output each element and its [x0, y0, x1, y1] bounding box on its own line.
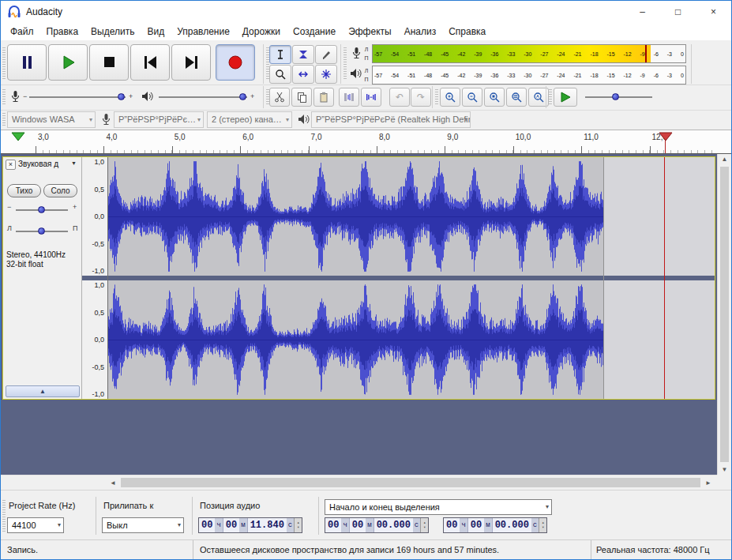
time-spinner[interactable]: ▴▾ [294, 518, 302, 532]
selection-start-time[interactable]: 00ч00м00.000с ▴▾ [325, 517, 429, 533]
zoom-tool-button[interactable] [269, 65, 291, 84]
recording-device-dropdown[interactable]: Р”РёРЅР°РјРёРє… ▾ [114, 111, 204, 128]
skip-to-end-button[interactable] [171, 44, 211, 81]
gain-thumb[interactable] [38, 206, 45, 213]
zoom-out-button[interactable] [462, 88, 482, 107]
copy-button[interactable] [291, 88, 312, 107]
menu-item-3[interactable]: Вид [141, 24, 171, 40]
close-button[interactable]: × [696, 1, 731, 24]
track-area[interactable]: × Звуковая д ▼ Тихо Соло − + Л П Stereo,… [1, 154, 717, 475]
play-at-speed-button[interactable] [554, 88, 577, 107]
quickplay-marker[interactable] [11, 132, 25, 141]
playback-meter-scale: -57-54-51-48-45-42-39-36-33-30-27-24-21-… [373, 66, 685, 84]
time-label-3: 6,0 [240, 133, 308, 153]
horizontal-scrollbar[interactable]: ◄ ► [1, 475, 717, 490]
stop-button[interactable] [89, 44, 129, 81]
playback-db-label-1: -54 [391, 73, 399, 78]
pause-button[interactable] [7, 44, 47, 81]
audio-position-time[interactable]: 00ч00м11.840с ▴▾ [198, 517, 302, 533]
playback-volume-slider[interactable] [159, 96, 247, 98]
selection-end-time[interactable]: 00ч00м00.000с ▴▾ [443, 517, 547, 533]
zoom-in-button[interactable] [440, 88, 460, 107]
menu-item-7[interactable]: Эффекты [342, 24, 398, 40]
playback-db-label-18: -3 [667, 73, 672, 78]
play-icon [58, 54, 77, 71]
playback-db-label-9: -30 [524, 73, 531, 78]
menu-item-2[interactable]: Выделить [84, 24, 141, 40]
waveform-view[interactable] [108, 157, 715, 399]
record-db-label-11: -24 [557, 51, 565, 57]
audio-host-dropdown[interactable]: Windows WASA ▾ [7, 111, 96, 128]
vertical-ruler[interactable]: 1,00,50,0-0,5-1,0 1,00,50,0-0,5-1,0 [82, 157, 108, 399]
track-close-button[interactable]: × [6, 160, 16, 170]
playback-volume-thumb[interactable] [239, 93, 246, 100]
recording-channels-dropdown[interactable]: 2 (стерео) кана… ▾ [207, 111, 292, 128]
menu-item-5[interactable]: Дорожки [236, 24, 287, 40]
scroll-up-arrow[interactable]: ▲ [718, 156, 731, 163]
playback-db-label-8: -33 [507, 73, 515, 78]
trim-audio-button[interactable] [339, 88, 359, 107]
multi-tool-button[interactable] [315, 65, 337, 84]
record-db-label-2: -51 [407, 51, 415, 57]
horizontal-scroll-thumb[interactable] [121, 478, 700, 487]
record-position-marker[interactable] [659, 132, 673, 141]
menu-item-6[interactable]: Создание [287, 24, 342, 40]
envelope-tool-button[interactable] [292, 45, 314, 64]
playback-device-dropdown[interactable]: Р”РёРЅР°РјРёРєРё (Realtek High Defin ▾ [311, 111, 471, 128]
mute-button[interactable]: Тихо [7, 184, 41, 197]
vertical-scrollbar[interactable]: ▲ ▼ [717, 154, 731, 475]
record-db-label-10: -27 [540, 51, 548, 57]
timeshift-tool-button[interactable] [292, 65, 314, 84]
time-spinner[interactable]: ▴▾ [539, 518, 546, 532]
undo-button[interactable]: ↶ [389, 88, 410, 107]
paste-button[interactable] [313, 88, 334, 107]
track-menu-dropdown[interactable]: ▼ [71, 160, 77, 166]
fit-selection-button[interactable] [484, 88, 505, 107]
title-bar: Audacity – □ × [1, 1, 731, 24]
project-rate-dropdown[interactable]: 44100 ▾ [7, 517, 64, 533]
scroll-down-arrow[interactable]: ▼ [718, 466, 731, 473]
record-button[interactable] [216, 44, 255, 81]
menu-item-4[interactable]: Управление [171, 24, 236, 40]
vertical-scroll-thumb[interactable] [720, 167, 729, 462]
skip-to-start-button[interactable] [130, 44, 170, 81]
redo-button[interactable]: ↷ [411, 88, 431, 107]
menu-item-8[interactable]: Анализ [398, 24, 443, 40]
selection-tool-button[interactable] [269, 45, 291, 64]
multitool-star-icon [321, 69, 332, 80]
fit-project-button[interactable] [506, 88, 527, 107]
time-spinner[interactable]: ▴▾ [420, 518, 428, 532]
silence-audio-button[interactable] [361, 88, 381, 107]
track-name[interactable]: Звуковая д [18, 160, 70, 171]
play-button[interactable] [48, 44, 88, 81]
track-collapse-button[interactable]: ▲ [6, 385, 80, 397]
minimize-button[interactable]: – [625, 1, 660, 24]
play-speed-thumb[interactable] [612, 93, 619, 100]
maximize-button[interactable]: □ [660, 1, 696, 24]
playback-db-label-12: -21 [573, 73, 581, 78]
timeline-ruler[interactable]: 3,04,05,06,07,08,09,010,011,012,0 [1, 130, 731, 154]
fit-project-icon [511, 92, 522, 103]
menu-item-9[interactable]: Справка [442, 24, 492, 40]
waveform-canvas[interactable] [108, 157, 715, 399]
selection-mode-dropdown[interactable]: Начало и конец выделения ▾ [325, 499, 552, 515]
solo-button[interactable]: Соло [43, 184, 77, 197]
record-volume-thumb[interactable] [118, 93, 125, 100]
recording-meter[interactable]: -57-54-51-48-45-42-39-36-33-30-27-24-21-… [372, 44, 686, 63]
menu-item-0[interactable]: Файл [4, 24, 40, 40]
snap-to-dropdown[interactable]: Выкл ▾ [102, 517, 184, 533]
chevron-down-icon: ▾ [197, 112, 201, 127]
actual-rate-message: Реальная частота: 48000 Гц [591, 540, 731, 560]
menu-item-1[interactable]: Правка [40, 24, 85, 40]
audio-track: × Звуковая д ▼ Тихо Соло − + Л П Stereo,… [2, 156, 715, 400]
playback-db-label-0: -57 [374, 73, 382, 78]
draw-tool-button[interactable] [315, 45, 337, 64]
playback-meter[interactable]: -57-54-51-48-45-42-39-36-33-30-27-24-21-… [372, 66, 686, 85]
scroll-left-arrow[interactable]: ◄ [107, 479, 119, 487]
playback-volume-speaker-icon [141, 91, 154, 102]
scroll-right-arrow[interactable]: ► [702, 479, 715, 487]
pan-thumb[interactable] [38, 227, 45, 235]
record-volume-slider[interactable] [29, 96, 126, 98]
cut-button[interactable] [269, 88, 290, 107]
playback-device-value: Р”РёРЅР°РјРёРєРё (Realtek High Defin [316, 115, 471, 124]
